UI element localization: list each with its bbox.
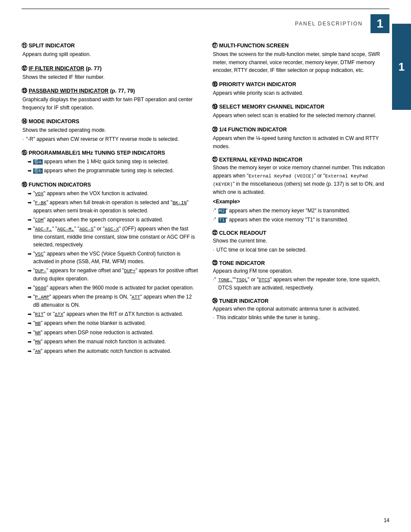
section-16-bullet-nb: ➡ "NB" appears when the noise blanker is… bbox=[28, 319, 199, 327]
section-16-bullet-mn: ➡ "MN" appears when the manual notch fun… bbox=[28, 338, 199, 346]
content-area: ⑪ SPLIT INDICATOR Appears during split o… bbox=[0, 37, 411, 361]
section-20: ⑳ 1/4 FUNCTION INDICATOR Appears when th… bbox=[212, 126, 389, 150]
section-20-title: ⑳ 1/4 FUNCTION INDICATOR bbox=[212, 126, 389, 134]
section-16: ⑯ FUNCTION INDICATORS ➡ "VOX" appears wh… bbox=[22, 181, 199, 355]
section-13-body: Graphically displays the passband width … bbox=[22, 96, 199, 112]
page-number: 14 bbox=[384, 517, 389, 523]
section-16-bullet-fbk: ➡ "F-BK" appears when full break-in oper… bbox=[28, 199, 199, 215]
section-22-title: ㉒ CLOCK READOUT bbox=[212, 230, 389, 236]
top-rule bbox=[22, 9, 389, 9]
section-23-title: ㉓ TONE INDICATOR bbox=[212, 260, 389, 266]
sidebar-chapter-bar: 1 bbox=[392, 24, 411, 110]
page-header: PANEL DESCRIPTION 1 bbox=[0, 12, 411, 37]
section-12-title: ⑫ IF FILTER INDICATOR (p. 77) bbox=[22, 65, 199, 72]
section-18: ⑱ PRIORITY WATCH INDICATOR Appears while… bbox=[212, 81, 389, 97]
section-21-example-1: ·" M2" appears when the memory keyer "M2… bbox=[213, 207, 389, 215]
section-13: ⑬ PASSBAND WIDTH INDICATOR (p. 77, 79) G… bbox=[22, 87, 199, 112]
section-19-title: ⑲ SELECT MEMORY CHANNEL INDICATOR bbox=[212, 103, 389, 111]
section-16-bullet-an: ➡ "AN" appears when the automatic notch … bbox=[28, 347, 199, 355]
section-18-body: Appears while priority scan is activated… bbox=[212, 89, 389, 97]
header-panel-description: PANEL DESCRIPTION bbox=[295, 21, 363, 27]
section-14-body: Shows the selected operating mode. · "-R… bbox=[22, 126, 199, 143]
sidebar-chapter-number: 1 bbox=[399, 60, 405, 74]
left-column: ⑪ SPLIT INDICATOR Appears during split o… bbox=[22, 42, 199, 361]
page-container: PANEL DESCRIPTION 1 1 ⑪ SPLIT INDICATOR … bbox=[0, 0, 411, 532]
section-16-bullet-dup: ➡ "DUP–" appears for negative offset and… bbox=[28, 267, 199, 283]
section-24: ㉔ TUNER INDICATOR Appears when the optio… bbox=[212, 298, 389, 322]
section-15-bullet-2: ➡ ⑮b appears when the programmable tunin… bbox=[28, 167, 199, 175]
section-23: ㉓ TONE INDICATOR Appears during FM tone … bbox=[212, 260, 389, 292]
section-16-bullet-9600: ➡ "9600" appears when the 9600 mode is a… bbox=[28, 284, 199, 292]
section-24-bullet-1: · This indicator blinks while the tuner … bbox=[213, 314, 389, 321]
section-16-body: ➡ "VOX" appears when the VOX function is… bbox=[22, 190, 199, 355]
section-21-example-2: ·" T1" appears when the voice memory "T1… bbox=[213, 216, 389, 224]
section-16-bullet-vsc: ➡ "VSC" appears when the VSC (Voice Sque… bbox=[28, 250, 199, 266]
section-23-bullet-1: ·" TONE,""TSQL" or "DTCS" appears when t… bbox=[213, 276, 389, 292]
right-column: ⑰ MULTI-FUNCTION SCREEN Shows the screen… bbox=[212, 42, 389, 361]
section-12-body: Shows the selected IF filter number. bbox=[22, 73, 199, 81]
section-16-bullet-agc: ➡ "AGC-F," "AGC-M," "AGC-S" or "AGC-X" (… bbox=[28, 225, 199, 249]
section-23-body: Appears during FM tone operation. ·" TON… bbox=[212, 267, 389, 292]
section-21-body: Shows the memory keyer or voice memory c… bbox=[212, 164, 389, 224]
section-17-body: Shows the screens for the multi-function… bbox=[212, 50, 389, 75]
section-16-bullet-pamp: ➡ "P.AMP" appears when the preamp is ON,… bbox=[28, 293, 199, 309]
section-24-title: ㉔ TUNER INDICATOR bbox=[212, 298, 389, 304]
section-15-body: ➡ ⑮a appears when the 1 MHz quick tuning… bbox=[22, 158, 199, 175]
section-18-title: ⑱ PRIORITY WATCH INDICATOR bbox=[212, 81, 389, 88]
section-22-bullet-1: · UTC time or local time can be selected… bbox=[213, 246, 389, 254]
section-15-title: ⑮ PROGRAMMABLE/1 MHz TUNING STEP INDICAT… bbox=[22, 149, 199, 157]
section-22: ㉒ CLOCK READOUT Shows the current time. … bbox=[212, 230, 389, 254]
section-16-bullet-nr: ➡ "NR" appears when DSP noise reduction … bbox=[28, 329, 199, 337]
section-11: ⑪ SPLIT INDICATOR Appears during split o… bbox=[22, 42, 199, 59]
section-16-bullet-rit: ➡ "RIT" or "ΔTX" appears when the RIT or… bbox=[28, 310, 199, 318]
section-14: ⑭ MODE INDICATORS Shows the selected ope… bbox=[22, 118, 199, 143]
section-21-title: ㉑ EXTERNAL KEYPAD INDICATOR bbox=[212, 156, 389, 163]
section-16-bullet-com: ➡ "COM" appears when the speech compress… bbox=[28, 216, 199, 224]
section-22-body: Shows the current time. · UTC time or lo… bbox=[212, 237, 389, 254]
section-19-body: Appears when select scan is enabled for … bbox=[212, 112, 389, 120]
section-16-bullet-vox: ➡ "VOX" appears when the VOX function is… bbox=[28, 190, 199, 198]
section-13-title: ⑬ PASSBAND WIDTH INDICATOR (p. 77, 79) bbox=[22, 87, 199, 95]
section-17-title: ⑰ MULTI-FUNCTION SCREEN bbox=[212, 42, 389, 50]
section-12: ⑫ IF FILTER INDICATOR (p. 77) Shows the … bbox=[22, 65, 199, 81]
section-21: ㉑ EXTERNAL KEYPAD INDICATOR Shows the me… bbox=[212, 156, 389, 224]
chapter-number: 1 bbox=[371, 14, 389, 33]
section-15: ⑮ PROGRAMMABLE/1 MHz TUNING STEP INDICAT… bbox=[22, 149, 199, 175]
section-16-title: ⑯ FUNCTION INDICATORS bbox=[22, 181, 199, 189]
section-24-body: Appears when the optional automatic ante… bbox=[212, 305, 389, 322]
section-11-title: ⑪ SPLIT INDICATOR bbox=[22, 42, 199, 50]
section-15-bullet-1: ➡ ⑮a appears when the 1 MHz quick tuning… bbox=[28, 158, 199, 166]
section-11-body: Appears during split opeation. bbox=[22, 50, 199, 59]
section-19: ⑲ SELECT MEMORY CHANNEL INDICATOR Appear… bbox=[212, 103, 389, 120]
section-20-body: Appears when the ¼-speed tuning function… bbox=[212, 134, 389, 150]
section-14-bullet-1: · "-R" appears when CW reverse or RTTY r… bbox=[22, 135, 199, 143]
section-14-title: ⑭ MODE INDICATORS bbox=[22, 118, 199, 125]
section-17: ⑰ MULTI-FUNCTION SCREEN Shows the screen… bbox=[212, 42, 389, 75]
